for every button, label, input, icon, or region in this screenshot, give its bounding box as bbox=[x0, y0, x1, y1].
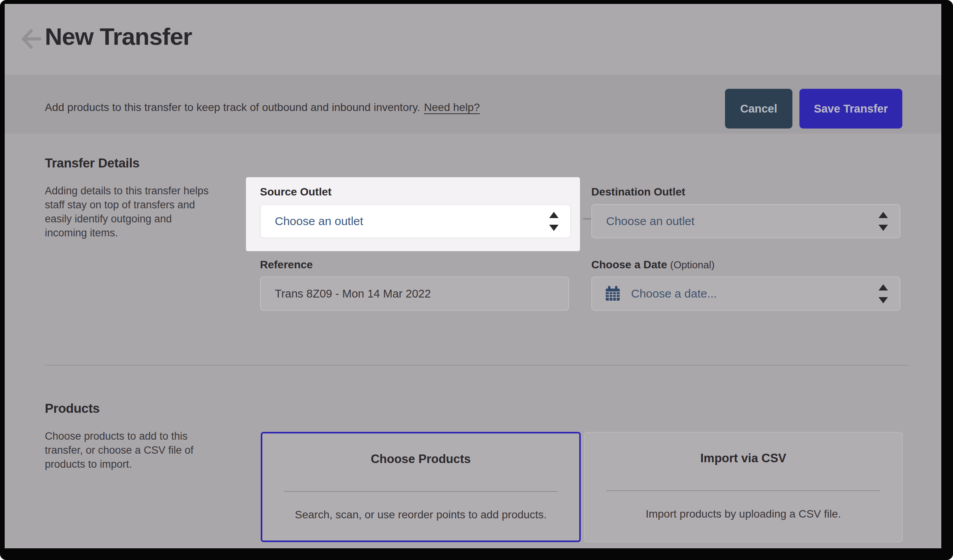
action-banner: Add products to this transfer to keep tr… bbox=[5, 75, 941, 134]
choose-products-title: Choose Products bbox=[262, 451, 579, 467]
products-description: Choose products to add to this transfer,… bbox=[45, 429, 193, 471]
triangle-up-icon bbox=[549, 212, 559, 218]
need-help-link[interactable]: Need help? bbox=[424, 101, 480, 113]
app-window: New Transfer Add products to this transf… bbox=[5, 4, 941, 548]
import-csv-title: Import via CSV bbox=[585, 451, 902, 466]
source-outlet-label: Source Outlet bbox=[260, 185, 332, 199]
reference-input[interactable]: Trans 8Z09 - Mon 14 Mar 2022 bbox=[260, 276, 569, 311]
choose-products-card[interactable]: Choose Products Search, scan, or use reo… bbox=[261, 432, 581, 542]
reference-value: Trans 8Z09 - Mon 14 Mar 2022 bbox=[261, 287, 431, 300]
back-icon[interactable] bbox=[19, 26, 44, 52]
page-header: New Transfer bbox=[5, 4, 941, 75]
source-outlet-value: Choose an outlet bbox=[261, 215, 363, 228]
date-label: Choose a Date (Optional) bbox=[591, 258, 714, 271]
date-optional-tag: (Optional) bbox=[670, 259, 714, 271]
products-heading: Products bbox=[45, 400, 100, 417]
destination-outlet-select[interactable]: Choose an outlet bbox=[591, 204, 900, 238]
reference-label: Reference bbox=[260, 258, 313, 271]
triangle-down-icon bbox=[549, 225, 559, 231]
screenshot-frame: New Transfer Add products to this transf… bbox=[0, 0, 953, 560]
banner-message-row: Add products to this transfer to keep tr… bbox=[45, 100, 480, 114]
spinner-icon bbox=[879, 205, 888, 238]
spinner-icon bbox=[879, 277, 888, 310]
import-csv-card[interactable]: Import via CSV Import products by upload… bbox=[584, 432, 903, 542]
destination-outlet-label: Destination Outlet bbox=[591, 185, 685, 199]
save-transfer-button[interactable]: Save Transfer bbox=[799, 89, 902, 129]
source-outlet-select[interactable]: Choose an outlet bbox=[260, 204, 571, 238]
transfer-details-heading: Transfer Details bbox=[45, 155, 140, 171]
page-title: New Transfer bbox=[45, 24, 192, 49]
card-divider bbox=[606, 490, 880, 491]
banner-message: Add products to this transfer to keep tr… bbox=[45, 101, 420, 113]
calendar-icon bbox=[605, 286, 620, 301]
section-divider bbox=[45, 365, 909, 366]
date-picker-input[interactable]: Choose a date... bbox=[591, 276, 900, 311]
date-placeholder: Choose a date... bbox=[620, 287, 717, 300]
triangle-down-icon bbox=[879, 297, 888, 303]
choose-products-subtitle: Search, scan, or use reorder points to a… bbox=[262, 508, 579, 521]
destination-outlet-value: Choose an outlet bbox=[592, 215, 695, 228]
card-divider bbox=[284, 491, 557, 492]
spinner-icon bbox=[549, 205, 559, 238]
transfer-details-description: Adding details to this transfer helps st… bbox=[45, 184, 209, 240]
triangle-down-icon bbox=[879, 225, 888, 231]
cancel-button[interactable]: Cancel bbox=[725, 89, 792, 129]
triangle-up-icon bbox=[879, 284, 888, 291]
import-csv-subtitle: Import products by uploading a CSV file. bbox=[585, 507, 902, 521]
date-label-text: Choose a Date bbox=[591, 259, 667, 271]
triangle-up-icon bbox=[879, 212, 888, 218]
